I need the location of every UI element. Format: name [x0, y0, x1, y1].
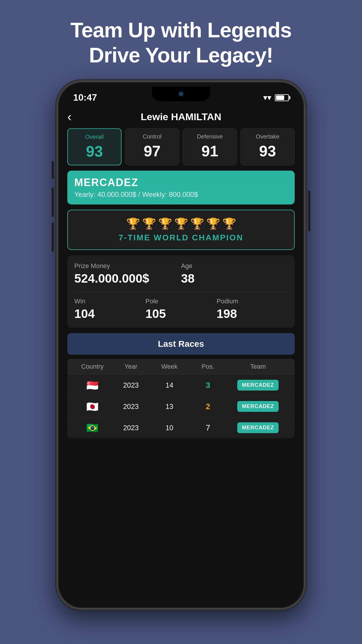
trophy-1: 🏆	[126, 217, 140, 230]
trophy-5: 🏆	[190, 217, 204, 230]
championship-text: 7-TIME WORLD CHAMPION	[75, 233, 287, 242]
nav-header: ‹ Lewie HAMILTAN	[67, 106, 295, 128]
stat-value-overtake: 93	[244, 142, 291, 160]
row1-team: MERCADEZ	[227, 380, 289, 391]
age-item: Age 38	[181, 262, 288, 286]
stat-label-defensive: Defensive	[187, 133, 233, 140]
status-time: 10:47	[73, 92, 97, 103]
row1-week: 14	[150, 381, 189, 389]
col-country: Country	[73, 363, 112, 370]
stat-label-control: Control	[129, 133, 175, 140]
win-label: Win	[74, 298, 145, 305]
player-stats: Prize Money 524.000.000$ Age 38 Win 104 …	[67, 255, 295, 328]
stat-value-control: 97	[129, 142, 175, 160]
row2-week: 13	[150, 402, 189, 411]
prize-age-row: Prize Money 524.000.000$ Age 38	[74, 262, 288, 292]
trophies-row: 🏆 🏆 🏆 🏆 🏆 🏆 🏆	[75, 217, 287, 230]
status-icons: ▾▾	[263, 93, 289, 102]
podium-value: 198	[217, 307, 288, 321]
row3-pos: 7	[189, 423, 227, 433]
row1-pos: 3	[189, 381, 227, 390]
app-content: ‹ Lewie HAMILTAN Overall 93 Control 97 D…	[59, 106, 303, 447]
row2-pos: 2	[189, 402, 227, 411]
phone-screen: 10:47 ▾▾ ‹ Lewie HAMILTAN Overall	[59, 83, 303, 607]
col-year: Year	[112, 363, 150, 370]
win-item: Win 104	[74, 298, 145, 321]
table-header: Country Year Week Pos. Team	[67, 359, 295, 375]
stat-label-overall: Overall	[71, 134, 117, 140]
front-camera	[179, 92, 183, 96]
table-row: 🇧🇷 2023 10 7 MERCADEZ	[67, 417, 295, 438]
phone-button-power	[308, 190, 310, 231]
prize-money-label: Prize Money	[74, 262, 181, 270]
trophy-7: 🏆	[222, 217, 236, 230]
win-pole-podium-row: Win 104 Pole 105 Podium 198	[74, 298, 288, 321]
phone-mockup: 10:47 ▾▾ ‹ Lewie HAMILTAN Overall	[56, 80, 306, 610]
pole-label: Pole	[145, 298, 217, 305]
table-row: 🇯🇵 2023 13 2 MERCADEZ	[67, 396, 295, 417]
last-races-header: Last Races	[67, 333, 295, 355]
page-title: Lewie HAMILTAN	[141, 111, 221, 123]
pole-item: Pole 105	[145, 298, 217, 321]
table-row: 🇸🇬 2023 14 3 MERCADEZ	[67, 375, 295, 396]
row3-year: 2023	[112, 424, 150, 432]
row2-flag: 🇯🇵	[73, 401, 112, 412]
stat-value-defensive: 91	[187, 142, 233, 160]
championship-banner: 🏆 🏆 🏆 🏆 🏆 🏆 🏆 7-TIME WORLD CHAMPION	[67, 210, 295, 250]
stat-card-control: Control 97	[125, 128, 179, 165]
trophy-2: 🏆	[142, 217, 156, 230]
age-value: 38	[181, 272, 288, 286]
row1-flag: 🇸🇬	[73, 379, 112, 391]
phone-button-vol-down	[52, 223, 54, 252]
battery-icon	[275, 94, 289, 101]
col-pos: Pos.	[189, 363, 227, 370]
stat-value-overall: 93	[71, 143, 117, 160]
stats-grid: Overall 93 Control 97 Defensive 91 Overt…	[67, 128, 295, 165]
status-bar: 10:47 ▾▾	[59, 83, 303, 106]
team-salary: Yearly: 40.000.000$ / Weekly: 800.000$	[74, 190, 288, 199]
page-header: Team Up with Legends Drive Your Legacy!	[47, 0, 315, 77]
win-value: 104	[74, 307, 145, 321]
podium-label: Podium	[217, 298, 288, 305]
back-button[interactable]: ‹	[67, 110, 72, 123]
last-races-title: Last Races	[158, 339, 204, 349]
notch	[152, 87, 210, 101]
trophy-6: 🏆	[206, 217, 220, 230]
phone-button-vol-up	[52, 188, 54, 217]
stat-label-overtake: Overtake	[244, 133, 291, 140]
phone-button-mute	[52, 161, 54, 179]
col-week: Week	[150, 363, 189, 370]
col-team: Team	[227, 363, 289, 370]
row1-year: 2023	[112, 381, 150, 389]
races-table: Country Year Week Pos. Team 🇸🇬 2023 14 3	[67, 359, 295, 438]
battery-fill	[276, 95, 284, 100]
stat-card-defensive: Defensive 91	[183, 128, 237, 165]
stat-card-overtake: Overtake 93	[240, 128, 295, 165]
pole-value: 105	[145, 307, 217, 321]
trophy-4: 🏆	[174, 217, 188, 230]
stat-card-overall: Overall 93	[67, 128, 122, 165]
row3-flag: 🇧🇷	[73, 422, 112, 434]
team-banner: MERCADEZ Yearly: 40.000.000$ / Weekly: 8…	[67, 171, 295, 204]
row3-week: 10	[150, 424, 189, 432]
team-name: MERCADEZ	[74, 176, 288, 189]
prize-money-item: Prize Money 524.000.000$	[74, 262, 181, 286]
trophy-3: 🏆	[158, 217, 172, 230]
age-label: Age	[181, 262, 288, 270]
row3-team: MERCADEZ	[227, 422, 289, 433]
row2-year: 2023	[112, 402, 150, 411]
podium-item: Podium 198	[217, 298, 288, 321]
wifi-icon: ▾▾	[263, 93, 271, 102]
row2-team: MERCADEZ	[227, 401, 289, 412]
prize-money-value: 524.000.000$	[74, 272, 181, 286]
